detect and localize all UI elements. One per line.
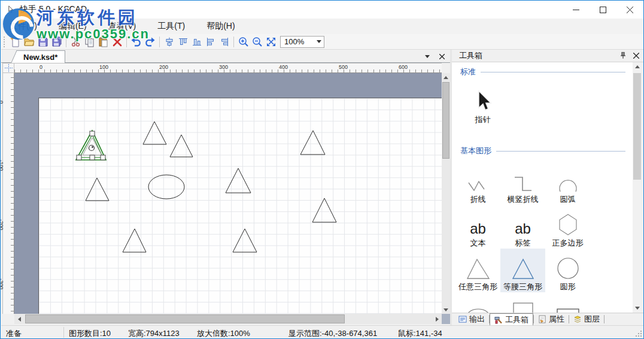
close-icon bbox=[439, 54, 445, 59]
align-left-button[interactable] bbox=[203, 35, 217, 49]
delete-button[interactable] bbox=[110, 35, 124, 49]
layers-icon bbox=[573, 315, 582, 323]
scroll-right-arrow[interactable] bbox=[432, 314, 442, 324]
rotation-handle[interactable] bbox=[89, 146, 95, 151]
tab-output[interactable]: 输出 bbox=[454, 314, 489, 325]
menu-tools[interactable]: 工具(T) bbox=[149, 19, 193, 34]
cut-button[interactable] bbox=[69, 35, 83, 49]
horizontal-scroll-thumb[interactable] bbox=[25, 314, 345, 323]
canvas-shape-triangle[interactable] bbox=[170, 135, 193, 157]
scrollbar-corner bbox=[442, 314, 450, 324]
toolbox-body: 标准 指针 基本图形 折线 bbox=[452, 62, 633, 313]
pin-button[interactable] bbox=[618, 50, 628, 61]
new-file-icon bbox=[10, 37, 21, 47]
pin-icon bbox=[619, 52, 627, 60]
canvas-shape-triangle[interactable] bbox=[300, 131, 325, 155]
toolbox-item-isosceles-triangle[interactable]: 等腰三角形 bbox=[500, 249, 545, 292]
canvas-shape-triangle[interactable] bbox=[226, 168, 251, 193]
toolbar-grip[interactable] bbox=[3, 37, 6, 47]
toolbox-item-polyline[interactable]: 折线 bbox=[455, 161, 500, 205]
tab-layers[interactable]: 图层 bbox=[569, 314, 604, 325]
toolbox-item-arc[interactable]: 圆弧 bbox=[545, 161, 590, 205]
zoom-in-button[interactable] bbox=[236, 35, 250, 49]
toolbox-item-text[interactable]: ab 文本 bbox=[455, 205, 500, 249]
toolbox-item-label[interactable]: ab 标签 bbox=[500, 205, 545, 249]
scroll-down-arrow[interactable] bbox=[442, 305, 450, 314]
toolbox-item-step-line[interactable]: 横竖折线 bbox=[500, 161, 545, 205]
maximize-button[interactable] bbox=[590, 1, 616, 19]
toolbox-item-pointer[interactable]: 指针 bbox=[460, 80, 505, 125]
resize-grip[interactable] bbox=[635, 330, 642, 337]
close-button[interactable] bbox=[616, 1, 643, 19]
toolbox-panel-header: 工具箱 bbox=[452, 50, 644, 62]
scroll-up-arrow[interactable] bbox=[442, 73, 450, 81]
tab-list-dropdown[interactable] bbox=[423, 52, 432, 61]
tab-close-button[interactable] bbox=[437, 52, 446, 61]
canvas-shape-triangle[interactable] bbox=[123, 229, 146, 252]
canvas-shape-triangle[interactable] bbox=[86, 178, 109, 201]
save-button[interactable] bbox=[36, 35, 50, 49]
toolbox-item-ellipse[interactable]: 椭圆形 bbox=[455, 292, 500, 313]
vertical-scroll-thumb[interactable] bbox=[442, 82, 449, 159]
selected-shape[interactable] bbox=[76, 131, 106, 160]
toolbox-item-square[interactable]: 正方形 bbox=[500, 292, 545, 313]
paste-icon bbox=[98, 37, 109, 47]
align-bottom-button[interactable] bbox=[190, 35, 203, 49]
save-icon bbox=[38, 37, 48, 47]
canvas-shape-triangle[interactable] bbox=[312, 198, 336, 222]
panel-close-button[interactable] bbox=[631, 50, 642, 61]
save-all-button[interactable] bbox=[50, 35, 63, 49]
canvas-vertical-scrollbar[interactable] bbox=[442, 73, 450, 314]
new-button[interactable] bbox=[8, 35, 22, 49]
canvas-shape-ellipse[interactable] bbox=[148, 175, 184, 199]
rectangle-icon bbox=[556, 297, 580, 313]
paste-button[interactable] bbox=[96, 35, 110, 49]
align-center-button[interactable] bbox=[162, 35, 176, 49]
align-right-button[interactable] bbox=[217, 35, 231, 49]
zoom-fit-button[interactable] bbox=[264, 35, 278, 49]
scissors-icon bbox=[71, 37, 81, 47]
menu-view[interactable]: 查看(V) bbox=[100, 19, 145, 34]
section-standard[interactable]: 标准 bbox=[460, 66, 625, 77]
chevron-down-icon[interactable] bbox=[314, 37, 324, 47]
redo-button[interactable] bbox=[143, 35, 157, 49]
toolbox-item-regular-polygon[interactable]: 正多边形 bbox=[545, 205, 590, 249]
document-tab[interactable]: New.ksd* bbox=[18, 50, 65, 63]
menu-edit[interactable]: 编辑(E) bbox=[50, 19, 95, 34]
panel-scroll-down[interactable] bbox=[633, 304, 642, 313]
selection-handle[interactable] bbox=[101, 155, 105, 160]
align-top-button[interactable] bbox=[176, 35, 190, 49]
canvas-horizontal-scrollbar[interactable] bbox=[14, 314, 442, 324]
tab-properties[interactable]: 属性 bbox=[534, 314, 569, 325]
toolbox-item-circle[interactable]: 圆形 bbox=[545, 249, 590, 292]
canvas-shape-triangle[interactable] bbox=[143, 122, 166, 144]
selection-handle[interactable] bbox=[90, 155, 95, 160]
redo-icon bbox=[144, 37, 156, 47]
align-center-icon bbox=[165, 37, 174, 47]
toolbox-item-rectangle[interactable]: 长方形 bbox=[545, 292, 590, 313]
selection-handle[interactable] bbox=[77, 155, 81, 160]
toolbox-item-any-triangle[interactable]: 任意三角形 bbox=[455, 249, 500, 292]
panel-scroll-up[interactable] bbox=[633, 62, 642, 71]
zoom-level-combo[interactable]: 100% bbox=[280, 36, 324, 48]
scroll-left-arrow[interactable] bbox=[14, 314, 24, 324]
h-ruler-label: 500 bbox=[339, 64, 348, 70]
menu-file[interactable]: 文件(F) bbox=[1, 19, 45, 34]
copy-button[interactable] bbox=[83, 35, 96, 49]
toolbox-scrollbar[interactable] bbox=[633, 62, 642, 313]
app-window: 快手 5.0 - KSCAD 文件(F) 编辑(E) 查看(V) 工具(T) 帮… bbox=[0, 0, 644, 339]
open-button[interactable] bbox=[22, 35, 36, 49]
panel-scroll-thumb[interactable] bbox=[633, 73, 641, 180]
tab-toolbox[interactable]: 工具箱 bbox=[490, 313, 533, 326]
canvas-shape-triangle[interactable] bbox=[233, 229, 257, 252]
undo-button[interactable] bbox=[129, 35, 143, 49]
section-basic-shapes[interactable]: 基本图形 bbox=[460, 146, 625, 156]
minimize-button[interactable] bbox=[563, 1, 590, 19]
canvas-viewport[interactable] bbox=[14, 73, 442, 314]
menu-help[interactable]: 帮助(H) bbox=[198, 19, 243, 34]
arc-icon bbox=[557, 166, 579, 192]
h-ruler-label: 100 bbox=[99, 64, 108, 70]
zoom-out-button[interactable] bbox=[250, 35, 264, 49]
selection-handle[interactable] bbox=[90, 131, 95, 136]
menu-bar: 文件(F) 编辑(E) 查看(V) 工具(T) 帮助(H) bbox=[1, 19, 644, 34]
